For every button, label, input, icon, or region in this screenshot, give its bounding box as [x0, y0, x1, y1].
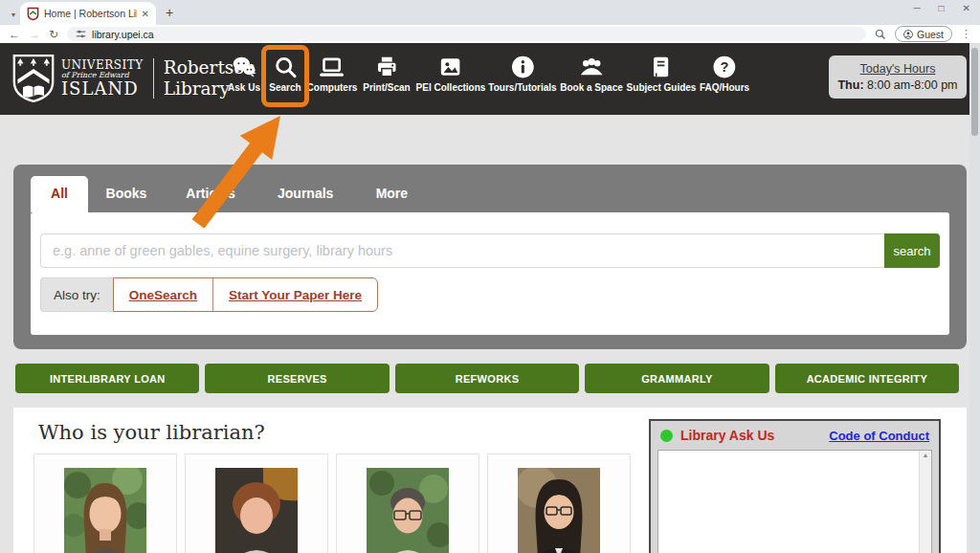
reserves-button[interactable]: RESERVES: [205, 364, 389, 393]
browser-menu-icon[interactable]: ⋮: [961, 28, 971, 40]
nav-item-tours-tutorials[interactable]: Tours/Tutorials: [488, 55, 556, 93]
browser-chrome: ▾ Home | Robertson Library ✕ + ─ □ ✕ ← →…: [0, 0, 980, 43]
tab-all[interactable]: All: [31, 176, 88, 212]
tab-books[interactable]: Books: [98, 176, 155, 212]
screenshot-root: ▾ Home | Robertson Library ✕ + ─ □ ✕ ← →…: [0, 0, 980, 553]
librarian-card[interactable]: [185, 453, 328, 553]
librarian-card[interactable]: [336, 453, 479, 553]
nav-item-faq-hours[interactable]: ? FAQ/Hours: [700, 55, 749, 93]
guest-profile-button[interactable]: Guest: [895, 26, 952, 42]
search-body: search Also try: OneSearch Start Your Pa…: [31, 212, 949, 335]
search-input[interactable]: [40, 233, 884, 268]
chat-message-area[interactable]: ▲: [657, 450, 932, 553]
todays-hours-box[interactable]: Today's Hours Thu: 8:00 am-8:00 pm: [829, 55, 967, 99]
academic-integrity-button[interactable]: ACADEMIC INTEGRITY: [775, 364, 959, 393]
image-icon: [438, 55, 463, 79]
online-status-icon: [660, 430, 673, 442]
nav-item-book-a-space[interactable]: Book a Space: [560, 55, 623, 93]
tab-more[interactable]: More: [363, 176, 420, 212]
info-icon: [510, 55, 535, 79]
tab-journals[interactable]: Journals: [276, 176, 335, 212]
nav-item-pei-collections[interactable]: PEI Collections: [416, 55, 486, 93]
page-scrollbar[interactable]: [969, 43, 980, 553]
book-icon: [649, 55, 674, 79]
new-tab-button[interactable]: +: [166, 5, 173, 20]
nav-item-subject-guides[interactable]: Subject Guides: [627, 55, 697, 93]
printer-icon: [374, 55, 399, 79]
forward-icon[interactable]: →: [29, 29, 40, 40]
search-tabs: All Books Articles Journals More: [31, 176, 420, 212]
tab-title: Home | Robertson Library: [44, 8, 137, 19]
minimize-icon[interactable]: ─: [913, 3, 920, 13]
upei-favicon: [27, 7, 39, 21]
librarian-photo: [367, 468, 449, 553]
university-wordmark: UNIVERSITY of Prince Edward ISLAND: [61, 59, 144, 98]
onesearch-link[interactable]: OneSearch: [114, 278, 212, 311]
librarian-card[interactable]: [487, 453, 631, 553]
also-try-links: OneSearch Start Your Paper Here: [113, 277, 378, 312]
grammarly-button[interactable]: GRAMMARLY: [585, 364, 768, 393]
todays-hours-link[interactable]: Today's Hours: [836, 62, 959, 76]
tab-strip: ▾ Home | Robertson Library ✕ + ─ □ ✕: [0, 0, 980, 25]
also-try-group: Also try: OneSearch Start Your Paper Her…: [40, 277, 378, 312]
chat-scrollbar[interactable]: ▲: [919, 451, 931, 553]
upei-logo[interactable]: UNIVERSITY of Prince Edward ISLAND Rober…: [12, 54, 256, 103]
url-text: library.upei.ca: [92, 29, 154, 40]
annotation-highlight-box: [261, 45, 309, 107]
guest-label: Guest: [917, 29, 944, 40]
nav-item-ask-us[interactable]: Ask Us: [228, 55, 260, 93]
reload-icon[interactable]: ↻: [49, 29, 58, 40]
close-tab-icon[interactable]: ✕: [142, 9, 149, 19]
scroll-up-icon[interactable]: ▲: [920, 451, 931, 460]
librarian-photo: [64, 468, 146, 553]
tune-icon: [76, 29, 86, 39]
librarian-photo: [215, 468, 298, 553]
refworks-button[interactable]: REFWORKS: [395, 364, 579, 393]
search-panel: All Books Articles Journals More search …: [13, 165, 967, 349]
search-row: search: [40, 233, 940, 268]
todays-hours-time: Thu: 8:00 am-8:00 pm: [836, 78, 959, 92]
code-of-conduct-link[interactable]: Code of Conduct: [829, 429, 929, 443]
browser-tab[interactable]: Home | Robertson Library ✕: [20, 2, 156, 25]
person-icon: [903, 30, 913, 39]
chat-title: Library Ask Us: [680, 428, 829, 443]
upei-crest-icon: [12, 54, 55, 103]
librarian-card[interactable]: [33, 453, 177, 553]
librarian-photo: [518, 468, 600, 553]
chat-widget: Library Ask Us Code of Conduct ▲: [649, 419, 941, 553]
site-header: UNIVERSITY of Prince Edward ISLAND Rober…: [0, 43, 980, 115]
svg-text:?: ?: [721, 59, 729, 75]
interlibrary-loan-button[interactable]: INTERLIBRARY LOAN: [15, 364, 199, 393]
quick-links-row: INTERLIBRARY LOAN RESERVES REFWORKS GRAM…: [15, 364, 959, 393]
logo-divider: [153, 58, 154, 99]
chat-header: Library Ask Us Code of Conduct: [651, 421, 939, 450]
laptop-icon: [320, 55, 345, 79]
question-icon: ?: [712, 55, 737, 79]
tab-articles[interactable]: Articles: [182, 176, 239, 212]
nav-item-print-scan[interactable]: Print/Scan: [363, 55, 410, 93]
close-window-icon[interactable]: ✕: [963, 3, 970, 13]
zoom-indicator-icon[interactable]: [875, 29, 886, 40]
people-icon: [579, 55, 604, 79]
also-try-label: Also try:: [40, 277, 113, 312]
chat-bubbles-icon: [232, 55, 256, 79]
start-your-paper-link[interactable]: Start Your Paper Here: [212, 278, 377, 311]
nav-item-computers[interactable]: Computers: [307, 55, 358, 93]
page-scrollbar-thumb[interactable]: [971, 48, 978, 136]
back-icon[interactable]: ←: [9, 29, 20, 40]
tab-search-chevron-icon[interactable]: ▾: [7, 11, 20, 19]
maximize-icon[interactable]: □: [939, 3, 945, 13]
search-button[interactable]: search: [884, 233, 940, 268]
window-controls: ─ □ ✕: [913, 3, 970, 13]
browser-toolbar: ← → ↻ library.upei.ca Guest ⋮: [0, 25, 980, 43]
address-bar[interactable]: library.upei.ca: [67, 27, 866, 41]
